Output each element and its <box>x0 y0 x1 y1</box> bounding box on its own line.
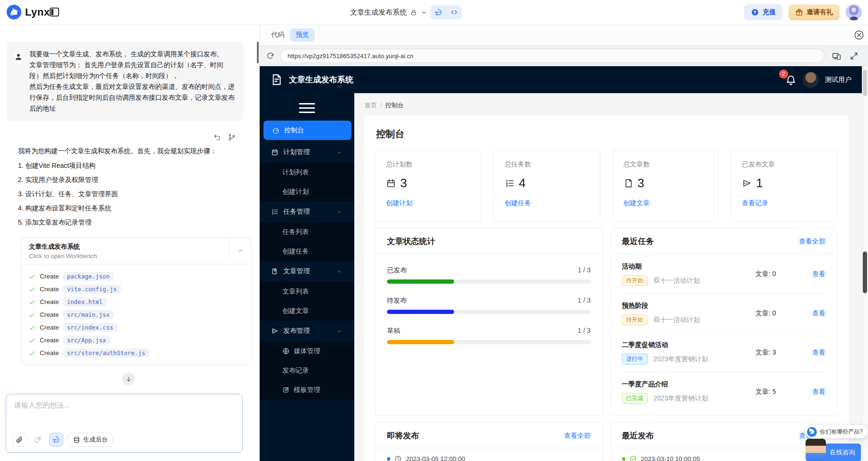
file-path-link[interactable]: index.html <box>63 297 107 306</box>
lynx-logo[interactable]: Lynx <box>7 5 50 19</box>
page-scrollbar-thumb[interactable] <box>863 252 867 293</box>
user-message-line: 我要做一个文章生成、发布系统， 生成的文章调用某个接口发布。 <box>29 49 236 60</box>
code-mode-button[interactable] <box>446 5 462 19</box>
upcoming-publish-header: 即将发布 查看全部 <box>376 423 602 448</box>
app-user-avatar[interactable] <box>803 72 819 88</box>
sidebar-subitem-task-create[interactable]: 创建任务 <box>260 242 354 261</box>
sidebar-subitem-publish-records[interactable]: 发布记录 <box>260 361 354 380</box>
task-plan-name: 双十一活动计划 <box>654 316 700 324</box>
mode-switcher <box>430 5 462 19</box>
url-input[interactable]: https://vp2gz91751865352417.auto.yunji-a… <box>280 49 824 63</box>
sidebar-item-dashboard[interactable]: 控制台 <box>263 121 351 140</box>
sidebar-subitem-template-management[interactable]: 模板管理 <box>260 380 354 400</box>
stat-card-link[interactable]: 查看记录 <box>742 199 768 208</box>
collapse-widget-caret[interactable]: ▼ <box>851 449 856 454</box>
task-view-link[interactable]: 查看 <box>805 309 825 318</box>
chat-bubble-icon <box>435 9 442 16</box>
sidebar-item-plan-management[interactable]: 计划管理 <box>260 142 354 163</box>
globe-icon <box>282 348 289 355</box>
scroll-to-bottom-button[interactable] <box>122 373 135 385</box>
user-message-text: 我要做一个文章生成、发布系统， 生成的文章调用某个接口发布。文章管理细节为： 首… <box>29 49 236 114</box>
tab-code[interactable]: 代码 <box>265 28 290 42</box>
file-path-link[interactable]: src/index.css <box>63 323 118 332</box>
sidebar-item-article-management[interactable]: 文章管理 <box>260 261 354 282</box>
check-icon <box>29 312 35 318</box>
workbench-card: 文章生成发布系统 Click to open Workbench Createp… <box>21 237 252 365</box>
article-status-title: 文章状态统计 <box>387 236 435 247</box>
recent-tasks-panel: 最近任务 查看全部 活动期待开始双十一活动计划文章: 0查看预热阶段待开始双十一… <box>610 228 838 416</box>
gift-icon <box>795 9 803 17</box>
task-row: 预热阶段待开始双十一活动计划文章: 0查看 <box>622 294 826 333</box>
file-path-link[interactable]: src/store/authStore.js <box>63 348 150 357</box>
file-path-link[interactable]: src/main.jsx <box>63 310 114 319</box>
file-path-link[interactable]: vite.config.js <box>63 285 121 294</box>
chat-scroll-area: 我要做一个文章生成、发布系统， 生成的文章调用某个接口发布。文章管理细节为： 首… <box>0 25 259 394</box>
sidebar-subitem-label: 发布记录 <box>282 366 309 375</box>
chat-style-button[interactable] <box>49 433 63 447</box>
sidebar-item-label: 任务管理 <box>283 208 310 216</box>
recharge-button[interactable]: 充值 <box>744 4 782 20</box>
stat-label: 总计划数 <box>386 160 471 169</box>
fullscreen-icon[interactable] <box>850 52 859 61</box>
undo-icon[interactable] <box>213 133 221 141</box>
account-avatar[interactable] <box>846 4 862 20</box>
file-row: Createsrc/index.css <box>29 321 244 334</box>
file-row: Createvite.config.js <box>29 283 244 296</box>
sidebar-subitem-task-list[interactable]: 任务列表 <box>260 222 354 242</box>
menu-collapse-icon[interactable] <box>299 103 315 113</box>
stat-value: 3 <box>400 176 407 191</box>
stat-card-link[interactable]: 创建任务 <box>505 199 531 208</box>
sidebar-toggle-icon[interactable] <box>50 8 59 17</box>
stat-value-row: 4 <box>505 176 589 191</box>
top-bar: Lynx 文章生成发布系统 充值 邀请有礼 <box>0 0 868 25</box>
close-icon[interactable] <box>854 30 864 40</box>
attach-button[interactable] <box>12 433 26 447</box>
sidebar-item-task-management[interactable]: 任务管理 <box>260 201 354 222</box>
file-action: Create <box>40 337 59 344</box>
sidebar-subitem-plan-list[interactable]: 计划列表 <box>260 163 354 182</box>
task-view-link[interactable]: 查看 <box>805 388 825 396</box>
support-question-bubble[interactable]: 你们有哪些产品? <box>805 425 868 438</box>
file-path-link[interactable]: package.json <box>63 272 114 281</box>
git-branch-icon[interactable] <box>228 133 236 141</box>
view-all-upcoming-link[interactable]: 查看全部 <box>564 432 591 440</box>
project-title-dropdown[interactable]: 文章生成发布系统 <box>350 0 428 25</box>
sidebar-item-publish-management[interactable]: 发布管理 <box>260 321 354 341</box>
sidebar-subitem-article-list[interactable]: 文章列表 <box>260 282 354 301</box>
check-circle-icon <box>630 455 637 461</box>
invite-button[interactable]: 邀请有礼 <box>789 4 840 20</box>
notification-bell[interactable]: 2 <box>785 74 797 86</box>
task-view-link[interactable]: 查看 <box>805 348 825 357</box>
file-path-link[interactable]: src/App.jsx <box>63 336 111 345</box>
stat-value-row: 1 <box>742 176 826 191</box>
message-composer[interactable]: 请输入您的想法... 生成后台 <box>6 394 243 453</box>
project-title: 文章生成发布系统 <box>350 8 407 17</box>
file-row: Createsrc/main.jsx <box>29 308 244 321</box>
devices-icon[interactable] <box>832 52 841 61</box>
recent-publish-header: 最近发布 查看全部 <box>611 423 837 448</box>
enhance-button[interactable] <box>31 433 45 447</box>
sidebar-subitem-plan-create[interactable]: 创建计划 <box>260 182 354 201</box>
workbench-file-list: Createpackage.jsonCreatevite.config.jsCr… <box>21 264 251 364</box>
task-name: 一季度产品介绍 <box>622 380 756 389</box>
preview-scrollbar-thumb[interactable] <box>863 70 867 96</box>
breadcrumb-home[interactable]: 首页 <box>365 102 377 109</box>
chevron-down-icon <box>421 9 428 16</box>
stat-card-link[interactable]: 创建计划 <box>386 199 412 208</box>
stat-card-link[interactable]: 创建文章 <box>623 199 650 208</box>
status-dot <box>622 457 625 461</box>
recent-publish-panel: 最近发布 查看全部 2023-03-10 10:00:05 <box>610 422 838 461</box>
chat-mode-button[interactable] <box>430 5 446 19</box>
chat-scrollbar-thumb[interactable] <box>257 42 259 63</box>
sidebar-subitem-article-create[interactable]: 创建文章 <box>260 301 354 321</box>
tab-preview[interactable]: 预览 <box>290 28 315 42</box>
view-all-tasks-link[interactable]: 查看全部 <box>799 237 825 246</box>
workbench-collapse-button[interactable] <box>229 238 251 264</box>
sidebar-subitem-media-management[interactable]: 媒体管理 <box>260 341 354 361</box>
clock-icon <box>395 455 402 461</box>
task-plan-name: 2023年度营销计划 <box>654 394 708 403</box>
workbench-header[interactable]: 文章生成发布系统 Click to open Workbench <box>21 238 251 264</box>
refresh-icon[interactable] <box>266 52 274 60</box>
task-view-link[interactable]: 查看 <box>805 270 825 278</box>
generate-backend-button[interactable]: 生成后台 <box>68 433 113 447</box>
